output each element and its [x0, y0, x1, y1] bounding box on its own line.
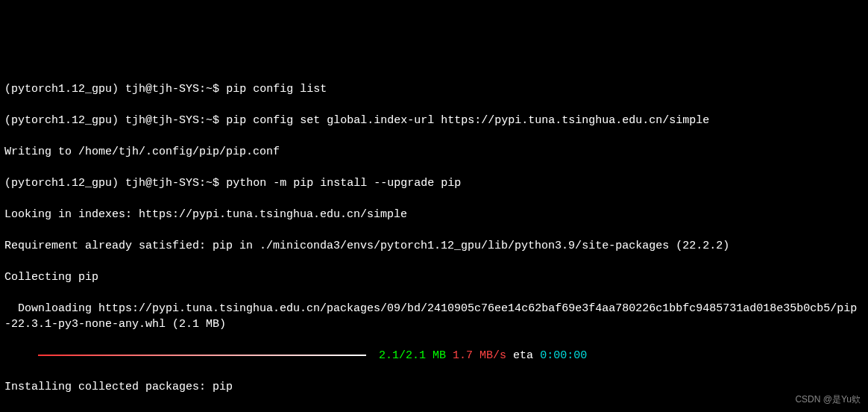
output-line: Collecting pip: [4, 269, 864, 285]
user-host: tjh@tjh-SYS: [125, 83, 199, 96]
prompt-line-2: (pytorch1.12_gpu) tjh@tjh-SYS:~$ pip con…: [4, 113, 864, 128]
terminal-output[interactable]: (pytorch1.12_gpu) tjh@tjh-SYS:~$ pip con…: [4, 66, 864, 412]
prompt-line-3: (pytorch1.12_gpu) tjh@tjh-SYS:~$ python …: [4, 175, 864, 191]
command-1: pip config list: [226, 83, 327, 96]
progress-speed: 1.7 MB/s: [453, 349, 506, 362]
env-name: (pytorch1.12_gpu): [4, 83, 119, 96]
output-line: Requirement already satisfied: pip in ./…: [4, 238, 864, 254]
watermark-text: CSDN @是Yu欸: [795, 393, 861, 406]
progress-eta-value: 0:00:00: [540, 349, 587, 362]
progress-line: 2.1/2.1 MB 1.7 MB/s eta 0:00:00: [4, 348, 864, 363]
progress-eta-label: eta: [513, 349, 533, 362]
output-line: Downloading https://pypi.tuna.tsinghua.e…: [4, 301, 864, 332]
prompt-line-1: (pytorch1.12_gpu) tjh@tjh-SYS:~$ pip con…: [4, 81, 864, 97]
output-line: Installing collected packages: pip: [4, 379, 864, 395]
command-3: python -m pip install --upgrade pip: [226, 177, 461, 190]
output-line: Writing to /home/tjh/.config/pip/pip.con…: [4, 144, 864, 160]
progress-bar-icon: [38, 355, 366, 356]
command-2: pip config set global.index-url https://…: [226, 114, 709, 127]
progress-done: 2.1/2.1 MB: [379, 349, 446, 362]
output-line: Looking in indexes: https://pypi.tuna.ts…: [4, 207, 864, 222]
